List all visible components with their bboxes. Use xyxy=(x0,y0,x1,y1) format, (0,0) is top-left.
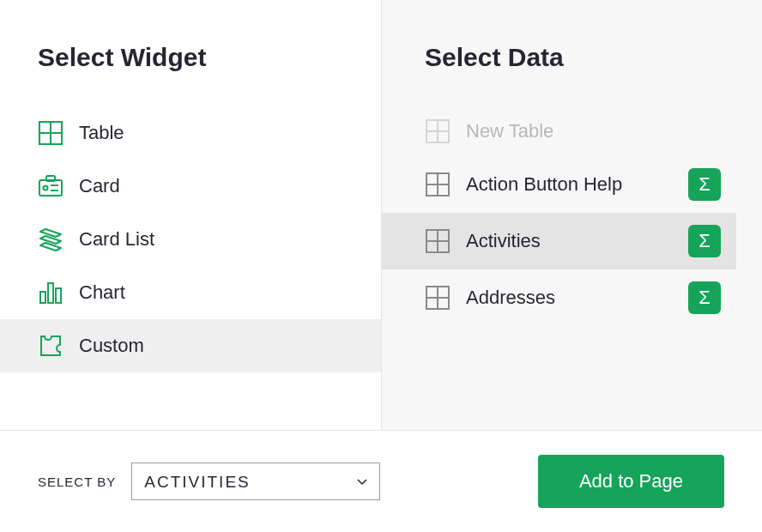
data-item-new-table[interactable]: New Table xyxy=(382,106,736,156)
data-panel: Select Data New Table xyxy=(381,0,762,430)
svg-rect-8 xyxy=(40,292,45,303)
table-icon xyxy=(425,172,451,197)
custom-icon xyxy=(38,333,64,359)
widget-item-card[interactable]: Card xyxy=(0,160,381,213)
widget-item-label: Card List xyxy=(79,228,154,251)
svg-rect-9 xyxy=(48,283,53,303)
footer: SELECT BY ACTIVITIES Add to Page xyxy=(0,430,762,532)
card-icon xyxy=(38,173,64,199)
widget-list: Table Card xyxy=(0,106,381,372)
widget-item-label: Chart xyxy=(79,281,125,304)
data-item-label: Addresses xyxy=(466,287,673,309)
widget-item-label: Custom xyxy=(79,335,144,357)
data-item-label: New Table xyxy=(466,120,721,142)
svg-rect-10 xyxy=(56,288,61,303)
table-icon xyxy=(425,228,451,254)
data-list: New Table Action Button Help Σ xyxy=(382,106,762,326)
data-item-label: Action Button Help xyxy=(466,173,673,196)
data-item-addresses[interactable]: Addresses Σ xyxy=(382,269,736,326)
select-by-wrap: ACTIVITIES xyxy=(131,462,380,500)
widget-item-label: Table xyxy=(79,122,124,144)
data-item-activities[interactable]: Activities Σ xyxy=(382,213,736,269)
table-icon xyxy=(425,285,451,311)
cardlist-icon xyxy=(38,227,64,252)
widget-panel-title: Select Widget xyxy=(0,0,381,106)
sigma-icon[interactable]: Σ xyxy=(688,281,721,314)
widget-item-custom[interactable]: Custom xyxy=(0,319,381,372)
widget-item-table[interactable]: Table xyxy=(0,106,381,160)
data-panel-title: Select Data xyxy=(382,0,762,106)
table-icon xyxy=(425,118,451,144)
table-icon xyxy=(38,120,64,146)
widget-item-cardlist[interactable]: Card List xyxy=(0,213,381,266)
select-by-dropdown[interactable]: ACTIVITIES xyxy=(131,462,380,500)
widget-item-chart[interactable]: Chart xyxy=(0,266,381,319)
data-item-action-button-help[interactable]: Action Button Help Σ xyxy=(382,156,736,213)
sigma-icon[interactable]: Σ xyxy=(688,168,721,201)
sigma-icon[interactable]: Σ xyxy=(688,225,721,257)
widget-panel: Select Widget Table xyxy=(0,0,381,430)
svg-rect-4 xyxy=(46,176,55,181)
svg-point-5 xyxy=(44,186,48,190)
widget-item-label: Card xyxy=(79,175,120,197)
select-by-label: SELECT BY xyxy=(38,475,116,489)
data-item-label: Activities xyxy=(466,230,673,252)
chart-icon xyxy=(38,280,64,305)
add-to-page-button[interactable]: Add to Page xyxy=(538,455,724,508)
